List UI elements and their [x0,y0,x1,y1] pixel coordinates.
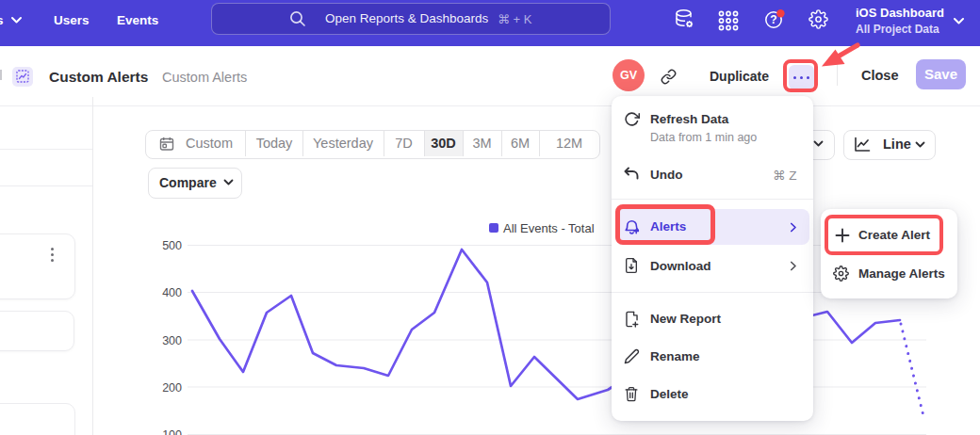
svg-text:400: 400 [162,286,182,299]
svg-text:500: 500 [162,239,182,252]
svg-text:200: 200 [162,381,182,395]
svg-text:All Events - Total: All Events - Total [503,221,595,235]
svg-text:300: 300 [162,334,182,347]
svg-text:100: 100 [162,428,182,435]
